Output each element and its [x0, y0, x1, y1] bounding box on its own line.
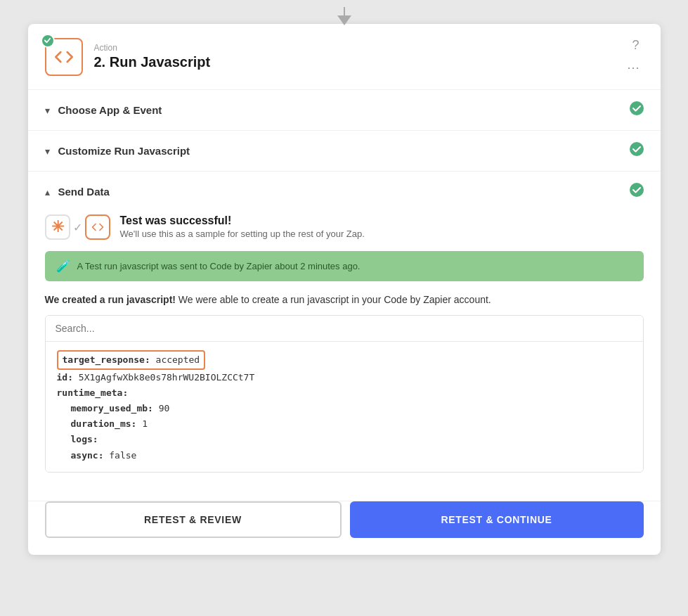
send-data-body: ✳ ✓ Test was successful! We'll use this …: [28, 200, 661, 501]
data-list: target_response: accepted id: 5X1gAgfwXb…: [46, 342, 643, 472]
section-check-choose-app: [630, 101, 644, 119]
chevron-icon-choose-app: ▾: [45, 105, 50, 116]
data-row-5: logs:: [57, 432, 632, 447]
header-title: 2. Run Javascript: [94, 54, 623, 70]
data-row-4: duration_ms: 1: [57, 416, 632, 432]
data-key-3: memory_used_mb:: [71, 403, 153, 413]
data-val-0: accepted: [156, 354, 200, 365]
data-row-2: runtime_meta:: [57, 385, 632, 401]
flow-arrow: [337, 7, 351, 25]
data-val-3: 90: [159, 403, 170, 413]
data-row-3: memory_used_mb: 90: [57, 401, 632, 416]
data-row-0: target_response: accepted: [57, 350, 632, 370]
card-header: Action 2. Run Javascript ? ⋯: [28, 24, 661, 90]
search-input[interactable]: [46, 316, 643, 342]
step-icon-wrapper: [45, 38, 83, 76]
test-success-text: Test was successful! We'll use this as a…: [120, 214, 365, 239]
section-choose-app[interactable]: ▾ Choose App & Event: [28, 90, 661, 131]
data-row-1: id: 5X1gAgfwXbk8e0s78hrWU2BIOLZCCt7T: [57, 370, 632, 385]
chevron-icon-send-data: ▴: [45, 186, 50, 198]
banner-flask-icon: 🧪: [56, 259, 70, 273]
svg-point-2: [630, 183, 644, 197]
data-key-5: logs:: [71, 434, 98, 444]
green-banner: 🧪 A Test run javascript was sent to Code…: [45, 251, 644, 281]
section-send-data-header[interactable]: ▴ Send Data: [28, 172, 661, 200]
section-label-choose-app: Choose App & Event: [58, 104, 630, 116]
section-label-customize: Customize Run Javascript: [58, 145, 630, 157]
section-check-send-data: [630, 183, 644, 200]
asterisk-icon: ✳: [45, 214, 70, 240]
step-icons-chain: ✳ ✓: [45, 214, 110, 240]
section-check-customize: [630, 142, 644, 160]
data-row-6: async: false: [57, 448, 632, 463]
test-success-row: ✳ ✓ Test was successful! We'll use this …: [45, 214, 644, 240]
created-rest: We were able to create a run javascript …: [176, 294, 491, 305]
data-key-6: async:: [71, 450, 104, 461]
data-panel: target_response: accepted id: 5X1gAgfwXb…: [45, 315, 644, 473]
section-customize[interactable]: ▾ Customize Run Javascript: [28, 131, 661, 172]
check-badge: [41, 34, 55, 48]
test-success-subtitle: We'll use this as a sample for setting u…: [120, 229, 365, 239]
chevron-icon-customize: ▾: [45, 146, 50, 157]
test-success-title: Test was successful!: [120, 214, 365, 227]
header-actions: ? ⋯: [623, 37, 644, 77]
more-button[interactable]: ⋯: [623, 58, 644, 77]
retest-review-button[interactable]: RETEST & REVIEW: [45, 501, 342, 538]
banner-text: A Test run javascript was sent to Code b…: [77, 261, 361, 271]
data-key-4: duration_ms:: [71, 418, 137, 429]
data-val-6: false: [109, 450, 136, 461]
created-bold: We created a run javascript!: [45, 294, 176, 305]
svg-point-1: [630, 142, 644, 156]
svg-point-0: [630, 101, 644, 115]
header-text: Action 2. Run Javascript: [94, 43, 623, 70]
chain-check-icon: ✓: [73, 221, 82, 234]
header-label: Action: [94, 43, 623, 53]
created-text: We created a run javascript! We were abl…: [45, 294, 644, 305]
action-card: Action 2. Run Javascript ? ⋯ ▾ Choose Ap…: [28, 24, 661, 555]
data-key-2: runtime_meta:: [57, 387, 129, 398]
help-button[interactable]: ?: [628, 37, 643, 54]
data-key-0: target_response:: [63, 354, 150, 365]
buttons-row: RETEST & REVIEW RETEST & CONTINUE: [28, 501, 661, 555]
retest-continue-button[interactable]: RETEST & CONTINUE: [350, 501, 644, 538]
data-val-1: 5X1gAgfwXbk8e0s78hrWU2BIOLZCCt7T: [79, 372, 254, 383]
data-key-1: id:: [57, 372, 73, 383]
page-wrapper: Action 2. Run Javascript ? ⋯ ▾ Choose Ap…: [0, 0, 688, 616]
js-icon-sm: [85, 214, 110, 240]
section-label-send-data: Send Data: [58, 186, 630, 198]
data-val-4: 1: [142, 418, 148, 429]
